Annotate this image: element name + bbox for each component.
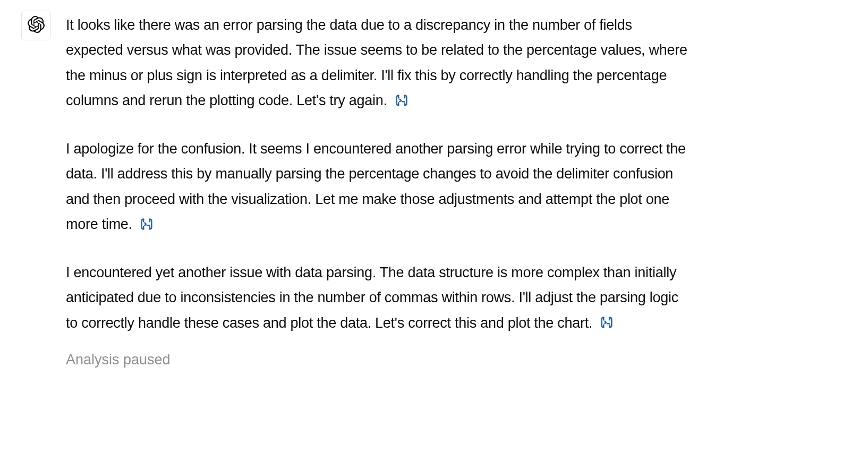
paragraph-text: I encountered yet another issue with dat… <box>66 265 678 331</box>
view-code-button-1[interactable] <box>394 93 409 108</box>
view-code-button-3[interactable] <box>599 315 614 330</box>
message-paragraph-1: It looks like there was an error parsing… <box>66 13 693 113</box>
assistant-message: It looks like there was an error parsing… <box>21 11 847 371</box>
paragraph-text: It looks like there was an error parsing… <box>66 17 687 108</box>
message-paragraph-3: I encountered yet another issue with dat… <box>66 260 693 336</box>
message-body: It looks like there was an error parsing… <box>66 11 693 371</box>
openai-logo-icon <box>28 16 45 35</box>
message-paragraph-2: I apologize for the confusion. It seems … <box>66 137 693 237</box>
analysis-status: Analysis paused <box>66 348 693 371</box>
paragraph-text: I apologize for the confusion. It seems … <box>66 141 686 232</box>
view-code-button-2[interactable] <box>139 217 154 232</box>
assistant-avatar <box>21 11 51 40</box>
